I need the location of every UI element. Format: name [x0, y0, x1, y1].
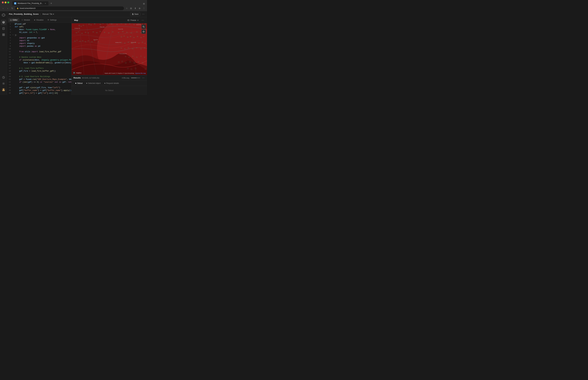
- results-tab-stdout[interactable]: Stdout: [74, 82, 84, 85]
- tab-visualize[interactable]: ◈ Visualize: [32, 18, 45, 22]
- url-text: fused.io/workbench: [20, 7, 36, 9]
- sidebar-icon-settings[interactable]: [1, 81, 6, 86]
- results-progress-bar: [131, 77, 140, 78]
- browser-settings-btn[interactable]: ⊞: [142, 2, 146, 5]
- svg-rect-14: [132, 14, 133, 15]
- code-line-7: 7 import h3: [7, 39, 72, 42]
- svg-marker-0: [2, 14, 5, 17]
- refresh-button[interactable]: ↻: [10, 6, 14, 10]
- map-overlay-buttons: [142, 25, 146, 34]
- address-bar[interactable]: 🔒 fused.io/workbench: [15, 6, 124, 10]
- map-search-button[interactable]: [142, 25, 146, 29]
- code-line-20: 20 # 2. Load Overture Buildings: [7, 75, 72, 78]
- code-line-24: 24 gdf = gdf.sjoin(gdf_fire, how="left"): [7, 86, 72, 89]
- window-minimize[interactable]: [5, 1, 6, 3]
- svg-text:Drum Rd: Drum Rd: [136, 24, 141, 25]
- back-button[interactable]: ‹: [1, 6, 5, 10]
- freeze-btn-label: Freeze: [131, 19, 136, 21]
- svg-rect-9: [4, 35, 5, 36]
- code-line-4: 4 h3_size: int = 7,: [7, 31, 72, 34]
- svg-rect-15: [132, 14, 133, 14]
- app-top-bar: Fire_Proximity_Building_Score | Manual: …: [7, 11, 147, 17]
- mapbox-text: mapbox: [76, 72, 81, 74]
- svg-text:Green Rd: Green Rd: [118, 28, 123, 30]
- code-line-10: 10: [7, 48, 72, 50]
- svg-text:Hollister Rd: Hollister Rd: [115, 42, 121, 43]
- code-line-11: 11 from utils import load_fire_buffer_gd…: [7, 50, 72, 53]
- svg-rect-8: [2, 35, 3, 36]
- results-tabs: Stdout Selected object Request details: [72, 81, 147, 86]
- sidebar-icons: [0, 11, 7, 95]
- svg-text:Maria Rd: Maria Rd: [94, 39, 98, 40]
- code-line-1: 1 @fused.udf: [7, 23, 72, 25]
- tab-editor[interactable]: { } Editor: [8, 18, 19, 22]
- results-coords: 34.4143,-117.6333,15z: [82, 77, 99, 79]
- results-more-button[interactable]: ⋯: [142, 76, 145, 80]
- sidebar-icon-user[interactable]: [1, 87, 6, 93]
- tab-close-btn[interactable]: ✕: [44, 2, 47, 5]
- browser-tab[interactable]: W Workbench Fire_Proximity_B... ✕: [12, 1, 48, 5]
- tab-title: Workbench Fire_Proximity_B...: [18, 2, 43, 4]
- mapbox-logo: mapbox: [73, 72, 81, 74]
- results-tab-selected-object[interactable]: Selected object: [84, 82, 102, 85]
- code-line-2: 2 def udf(: [7, 25, 72, 28]
- results-time: 4.95s avg: [122, 77, 129, 79]
- code-line-25: 25 gdf["buffer_name"] = gdf["buffer_name…: [7, 89, 72, 92]
- sidebar-icon-files[interactable]: [1, 26, 6, 31]
- map-panel: Map Freeze ▾ ⋯: [72, 17, 147, 95]
- window-maximize[interactable]: [7, 1, 9, 3]
- forward-button[interactable]: ›: [6, 6, 10, 10]
- download-btn[interactable]: ⬇: [133, 6, 137, 10]
- code-line-16: 16: [7, 64, 72, 67]
- results-panel: Results 34.4143,-117.6333,15z 4.95s avg …: [72, 75, 147, 95]
- app-title: Fire_Proximity_Building_Score: [9, 13, 39, 15]
- map-crosshair-button[interactable]: [142, 30, 146, 34]
- svg-rect-6: [2, 34, 3, 35]
- code-line-15: 15 bbox = gpd.GeoDataFrame({}, geometry=…: [7, 61, 72, 64]
- sidebar-icon-layers[interactable]: [1, 20, 6, 25]
- manual-tile-dropdown[interactable]: Manual: Tile ▾: [41, 13, 55, 16]
- map-title: Map: [74, 19, 78, 21]
- save-button[interactable]: Save: [130, 12, 140, 16]
- code-line-26: 26 gdf["gers_h3"] = gdf["id"].str[:16]: [7, 92, 72, 95]
- map-more-button[interactable]: ⋯: [141, 19, 144, 22]
- code-line-6: 6 import geopandas as gpd: [7, 37, 72, 39]
- svg-rect-16: [128, 20, 129, 21]
- window-close[interactable]: [2, 1, 4, 3]
- svg-point-113: [143, 26, 144, 27]
- improve-map-link[interactable]: Improve this map: [135, 73, 146, 74]
- new-tab-button[interactable]: +: [49, 1, 53, 5]
- results-tab-request-details[interactable]: Request details: [102, 82, 121, 85]
- code-line-5: 5 ▾ ):: [7, 34, 72, 37]
- code-line-3: 3 bbox: fused.types.TileGDF = None,: [7, 28, 72, 31]
- code-line-12: 12: [7, 53, 72, 56]
- svg-point-13: [3, 89, 4, 90]
- editor-panel: { } Editor ⬡ Module ◈ Visualize ⚙: [7, 17, 72, 95]
- results-content: No Stdout: [72, 86, 147, 95]
- svg-text:Pifion Rd: Pifion Rd: [100, 26, 104, 28]
- app-more-button[interactable]: ⋯: [142, 12, 145, 16]
- sidebar-icon-history[interactable]: [1, 75, 6, 80]
- map-attribution: Made with Fused | © Mapbox © OpenStreetM…: [104, 73, 146, 74]
- map-container[interactable]: Drum Rd Chollas Rd Pifion Rd Green Rd Ma…: [72, 23, 147, 75]
- app-logo: [1, 12, 6, 18]
- code-line-23: 23: [7, 84, 72, 86]
- code-editor[interactable]: 1 @fused.udf 2 def udf( 3: [7, 23, 72, 95]
- svg-text:Sunnyslope Rd: Sunnyslope Rd: [120, 53, 127, 54]
- svg-text:Chollas Rd: Chollas Rd: [74, 28, 80, 29]
- tab-module[interactable]: ⬡ Module: [20, 18, 32, 22]
- profile-btn[interactable]: ⊕: [138, 6, 142, 10]
- results-progress-fill: [131, 77, 137, 78]
- bookmark-btn[interactable]: ☆: [125, 6, 129, 10]
- tab-settings[interactable]: ⚙ Settings: [46, 18, 59, 22]
- svg-rect-7: [4, 34, 5, 35]
- sidebar-icon-tools[interactable]: [1, 32, 6, 38]
- menu-btn[interactable]: ⋮: [142, 6, 146, 10]
- code-line-19: 19: [7, 73, 72, 75]
- extensions-btn[interactable]: ⊞: [129, 6, 133, 10]
- freeze-button[interactable]: Freeze ▾: [126, 19, 140, 22]
- code-line-17: 17 # 1. Load fire buffers: [7, 67, 72, 70]
- svg-point-121: [74, 73, 74, 73]
- svg-line-114: [144, 27, 144, 28]
- code-line-21: 21 gdf = fused.run("UDF_Overture_Maps_Ex…: [7, 78, 72, 81]
